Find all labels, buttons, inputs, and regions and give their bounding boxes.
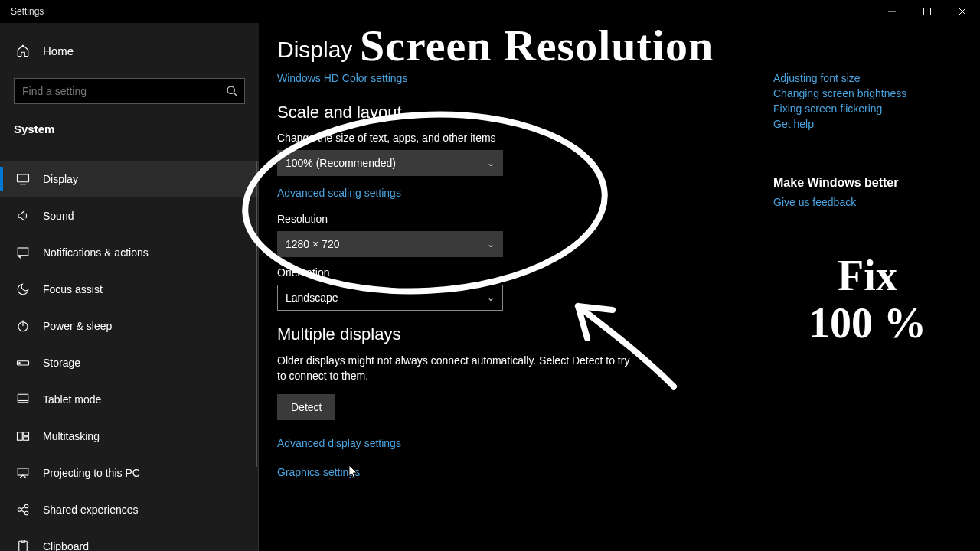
tablet-icon (14, 393, 32, 406)
advanced-scaling-link[interactable]: Advanced scaling settings (277, 187, 401, 199)
orientation-dropdown[interactable]: Landscape ⌄ (277, 285, 503, 311)
projecting-icon (14, 466, 32, 480)
maximize-button[interactable] (910, 0, 945, 23)
sidebar-item-storage[interactable]: Storage (0, 344, 258, 381)
scale-value: 100% (Recommended) (286, 157, 396, 169)
svg-point-20 (24, 504, 28, 508)
category-label: System (0, 112, 259, 149)
sidebar-item-clipboard[interactable]: Clipboard (0, 528, 258, 551)
chevron-down-icon: ⌄ (487, 158, 495, 168)
sidebar-item-label: Notifications & actions (43, 246, 149, 259)
focus-assist-icon (14, 282, 32, 296)
sidebar-item-power-sleep[interactable]: Power & sleep (0, 308, 258, 344)
chevron-down-icon: ⌄ (487, 239, 495, 249)
advanced-display-link[interactable]: Advanced display settings (277, 437, 962, 449)
app-title: Settings (0, 6, 44, 17)
scale-dropdown[interactable]: 100% (Recommended) ⌄ (277, 150, 503, 176)
hd-color-link[interactable]: Windows HD Color settings (277, 72, 407, 84)
sidebar-item-shared-experiences[interactable]: Shared experiences (0, 491, 258, 528)
sidebar-item-label: Power & sleep (43, 320, 112, 332)
clipboard-icon (14, 540, 32, 551)
maximize-icon (923, 8, 931, 15)
related-link[interactable]: Adjusting font size (773, 72, 957, 84)
overlay-fix-text: Fix 100 % (808, 253, 926, 347)
close-button[interactable] (945, 0, 980, 23)
storage-icon (14, 356, 32, 370)
chevron-down-icon: ⌄ (487, 292, 495, 303)
window-controls (874, 0, 980, 23)
search-input-wrap[interactable] (14, 78, 245, 104)
overlay-title: Screen Resolution (360, 20, 714, 71)
sidebar-scrollbar[interactable] (256, 161, 257, 467)
related-links: Adjusting font size Changing screen brig… (773, 69, 957, 211)
shared-icon (14, 503, 32, 517)
svg-point-19 (18, 508, 21, 512)
svg-point-12 (19, 363, 21, 364)
multiple-displays-note: Older displays might not always connect … (277, 354, 637, 383)
resolution-label: Resolution (277, 213, 962, 225)
detect-button[interactable]: Detect (277, 394, 335, 420)
sound-icon (14, 209, 32, 223)
resolution-value: 980 × 551 (286, 238, 339, 250)
display-icon (14, 172, 32, 186)
sidebar-item-label: Clipboard (43, 540, 89, 551)
related-link[interactable]: Changing screen brightness (773, 87, 957, 99)
sidebar-item-projecting[interactable]: Projecting to this PC (0, 455, 258, 491)
search-icon (226, 85, 238, 97)
sidebar-item-sound[interactable]: Sound (0, 197, 258, 234)
feedback-link[interactable]: Give us feedback (773, 196, 957, 208)
sidebar: Home System Display Sound Notifications … (0, 23, 259, 551)
sidebar-item-tablet-mode[interactable]: Tablet mode (0, 381, 258, 418)
home-button[interactable]: Home (0, 34, 259, 67)
sidebar-item-label: Projecting to this PC (43, 467, 140, 479)
sidebar-item-multitasking[interactable]: Multitasking (0, 418, 258, 455)
home-icon (14, 44, 32, 57)
sidebar-item-label: Focus assist (43, 283, 103, 295)
related-link[interactable]: Get help (773, 118, 957, 130)
sidebar-item-label: Display (43, 173, 78, 185)
svg-point-21 (24, 511, 28, 515)
sidebar-item-display[interactable]: Display (0, 161, 258, 197)
svg-line-5 (234, 93, 237, 96)
resolution-dropdown[interactable]: 980 × 551 ⌄ (277, 231, 503, 257)
graphics-settings-link[interactable]: Graphics settings (277, 466, 962, 478)
svg-rect-1 (924, 8, 931, 15)
svg-point-4 (227, 86, 234, 93)
sidebar-item-label: Multitasking (43, 430, 100, 442)
orientation-value: Landscape (286, 292, 338, 304)
make-windows-better-heading: Make Windows better (773, 176, 957, 190)
svg-line-23 (21, 510, 25, 513)
sidebar-list: Display Sound Notifications & actions Fo… (0, 161, 259, 551)
search-input[interactable] (22, 85, 226, 97)
power-icon (14, 319, 32, 333)
minimize-button[interactable] (874, 0, 910, 23)
close-icon (959, 8, 966, 15)
home-label: Home (43, 44, 74, 57)
sidebar-item-focus-assist[interactable]: Focus assist (0, 271, 258, 308)
minimize-icon (888, 8, 896, 15)
svg-rect-13 (18, 394, 28, 403)
sidebar-item-label: Tablet mode (43, 393, 101, 406)
svg-rect-18 (18, 468, 28, 475)
svg-rect-16 (24, 432, 29, 436)
svg-rect-6 (18, 174, 29, 182)
sidebar-item-label: Sound (43, 210, 74, 222)
sidebar-item-notifications[interactable]: Notifications & actions (0, 234, 258, 271)
sidebar-item-label: Storage (43, 357, 80, 369)
detect-label: Detect (291, 401, 322, 413)
multitasking-icon (14, 429, 32, 443)
svg-rect-15 (18, 432, 23, 441)
notifications-icon (14, 246, 32, 259)
svg-line-22 (21, 507, 25, 509)
sidebar-item-label: Shared experiences (43, 504, 139, 516)
svg-rect-8 (18, 248, 28, 256)
related-link[interactable]: Fixing screen flickering (773, 103, 957, 115)
svg-rect-17 (24, 437, 29, 441)
